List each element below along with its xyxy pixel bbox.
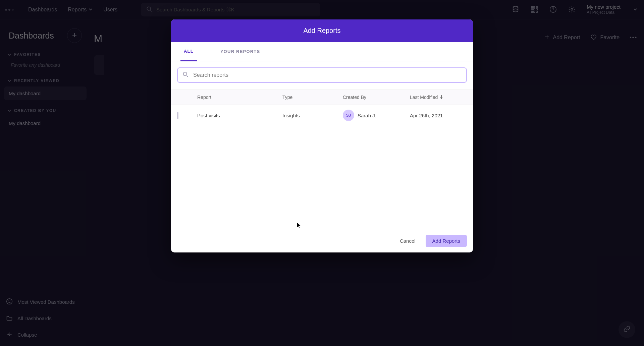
modal-table-body: Post visits Insights SJ Sarah J. Apr 26t…: [171, 105, 473, 229]
add-reports-button[interactable]: Add Reports: [426, 235, 467, 247]
row-last-modified: Apr 26th, 2021: [410, 113, 467, 118]
table-row[interactable]: Post visits Insights SJ Sarah J. Apr 26t…: [171, 105, 473, 126]
col-report: Report: [197, 95, 282, 100]
col-type: Type: [282, 95, 343, 100]
cancel-button[interactable]: Cancel: [398, 235, 418, 247]
modal-search-wrap: [171, 61, 473, 90]
tab-all[interactable]: ALL: [180, 42, 197, 61]
modal-overlay[interactable]: Add Reports ALL YOUR REPORTS Report Type…: [0, 0, 644, 346]
creator-name: Sarah J.: [358, 113, 376, 118]
modal-title: Add Reports: [171, 19, 473, 42]
row-creator: SJ Sarah J.: [343, 110, 410, 121]
avatar: SJ: [343, 110, 354, 121]
col-created-by: Created By: [343, 95, 410, 100]
row-report-name: Post visits: [197, 113, 282, 118]
sort-icon: [440, 95, 443, 100]
col-last-modified-label: Last Modified: [410, 95, 438, 100]
modal-tabs: ALL YOUR REPORTS: [171, 42, 473, 61]
tab-your-reports[interactable]: YOUR REPORTS: [217, 42, 263, 61]
col-last-modified[interactable]: Last Modified: [410, 95, 467, 100]
add-reports-modal: Add Reports ALL YOUR REPORTS Report Type…: [171, 19, 473, 252]
modal-search[interactable]: [177, 67, 467, 83]
row-type: Insights: [282, 113, 343, 118]
modal-search-input[interactable]: [193, 72, 462, 78]
search-icon: [182, 71, 189, 79]
modal-footer: Cancel Add Reports: [171, 229, 473, 252]
modal-table-header: Report Type Created By Last Modified: [171, 90, 473, 105]
row-checkbox[interactable]: [177, 112, 178, 119]
svg-point-20: [183, 72, 187, 76]
